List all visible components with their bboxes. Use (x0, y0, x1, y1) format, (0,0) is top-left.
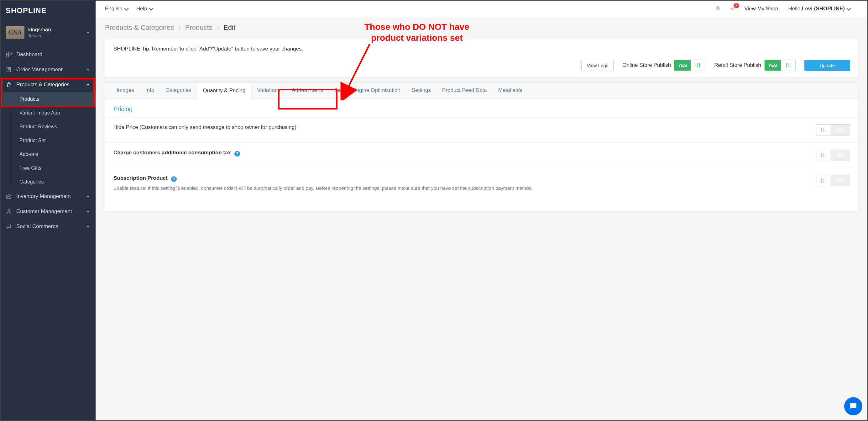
subscription-label: Subscription Product ? Enable feature: I… (114, 175, 816, 192)
tab-bar: Images Info Categories Quantity & Pricin… (105, 83, 858, 99)
toggle-grip-icon (816, 175, 830, 186)
sidebar-nav: Dashboard Order Management Products & Ca… (0, 47, 96, 421)
sidebar-item-label: Order Management (16, 66, 86, 73)
svg-point-6 (8, 209, 10, 212)
hide-price-toggle[interactable]: NO (816, 124, 850, 136)
online-publish-label: Online Store Publish (622, 62, 671, 68)
tab-seo[interactable]: Search Engine Optimization (329, 83, 406, 98)
chevron-down-icon (86, 225, 90, 228)
online-publish-toggle[interactable]: YES (674, 60, 705, 71)
retail-publish-label: Retail Store Publish (714, 62, 761, 68)
sidebar-item-social-commerce[interactable]: Social Commerce (0, 219, 96, 234)
chevron-down-icon (86, 30, 90, 34)
tabs-card: Images Info Categories Quantity & Pricin… (105, 83, 859, 212)
breadcrumb-item[interactable]: Products & Categories (105, 24, 174, 31)
language-selector[interactable]: English (105, 6, 127, 12)
megaphone-icon[interactable]: 2 (729, 5, 737, 12)
tab-product-feed[interactable]: Product Feed Data (436, 83, 493, 98)
tab-info[interactable]: Info (140, 83, 160, 98)
row-consumption-tax: Charge customers additional consumption … (105, 142, 858, 168)
chat-icon (6, 223, 12, 230)
submenu-products: Products Variant image App Product Revie… (0, 92, 96, 189)
toggle-no: NO (830, 124, 850, 135)
toggle-grip-icon (781, 60, 795, 71)
notification-badge: 2 (734, 3, 740, 8)
chevron-down-icon (86, 195, 90, 198)
inventory-icon (6, 193, 12, 199)
tab-addon-items[interactable]: Add-on items (286, 83, 329, 98)
shop-avatar: GSA (6, 26, 25, 39)
tax-toggle[interactable]: NO (816, 150, 850, 161)
sidebar-item-free-gifts[interactable]: Free Gifts (3, 161, 96, 175)
tab-variations[interactable]: Variations (251, 83, 286, 98)
sidebar-item-label: Inventory Management (16, 193, 86, 199)
shop-region: Taiwan (28, 34, 86, 38)
toggle-no: NO (830, 150, 850, 161)
view-shop-link[interactable]: View My Shop (744, 6, 778, 12)
shop-name: kingsman (28, 27, 86, 33)
sidebar-item-categories[interactable]: Categories (3, 175, 96, 189)
svg-rect-2 (6, 55, 8, 57)
sidebar: SHOPLINE GSA kingsman Taiwan Dashboard O… (0, 0, 96, 421)
tab-metafields[interactable]: Metafields (493, 83, 528, 98)
chevron-up-icon (86, 83, 90, 87)
sidebar-item-variant-image[interactable]: Variant image App (3, 106, 96, 120)
toggle-yes: YES (674, 60, 691, 71)
sidebar-item-product-set[interactable]: Product Set (3, 134, 96, 147)
user-icon (6, 208, 12, 215)
toggle-yes: YES (765, 60, 781, 71)
sidebar-item-products[interactable]: Products (3, 92, 96, 106)
sidebar-item-label: Social Commerce (16, 223, 86, 230)
update-button[interactable]: Update (804, 60, 850, 71)
user-name: Levi (SHOPLINE) (802, 6, 845, 12)
svg-rect-1 (9, 52, 11, 54)
toggle-no: NO (830, 175, 850, 186)
sidebar-item-label: Dashboard (16, 52, 90, 58)
intercom-chat-button[interactable] (844, 397, 862, 415)
tip-card: SHOPLINE Tip: Remember to click "Add"/"U… (105, 38, 859, 78)
tab-categories[interactable]: Categories (160, 83, 197, 98)
shop-selector[interactable]: GSA kingsman Taiwan (0, 21, 96, 43)
breadcrumb-current: Edit (223, 24, 235, 31)
sidebar-item-products-categories[interactable]: Products & Categories (0, 77, 96, 92)
chevron-down-icon (86, 209, 90, 213)
toggle-grip-icon (816, 124, 830, 135)
tab-images[interactable]: Images (111, 83, 140, 98)
help-icon[interactable]: ? (171, 176, 177, 182)
toggle-grip-icon (691, 60, 705, 71)
svg-rect-0 (6, 52, 8, 54)
chevron-down-icon (86, 68, 90, 72)
sidebar-item-dashboard[interactable]: Dashboard (0, 47, 96, 62)
logo-text: SHOPLINE (6, 6, 47, 15)
section-title-pricing: Pricing (105, 99, 858, 117)
dashboard-icon (6, 52, 12, 58)
bell-icon[interactable] (714, 5, 722, 12)
breadcrumb-item[interactable]: Products (185, 24, 213, 31)
view-logs-button[interactable]: View Logs (581, 60, 614, 71)
tab-settings[interactable]: Settings (406, 83, 436, 98)
tab-quantity-pricing[interactable]: Quantity & Pricing (197, 83, 251, 99)
orders-icon (6, 66, 12, 73)
retail-publish-toggle[interactable]: YES (764, 60, 796, 71)
sidebar-item-product-reviews[interactable]: Product Reviews (3, 120, 96, 134)
subscription-toggle[interactable]: NO (816, 175, 850, 186)
help-menu[interactable]: Help (136, 6, 152, 12)
tip-text: SHOPLINE Tip: Remember to click "Add"/"U… (114, 46, 850, 52)
user-menu[interactable]: Hello, Levi (SHOPLINE) (788, 6, 850, 12)
breadcrumb: Products & Categories › Products › Edit (96, 18, 868, 33)
sidebar-item-inventory[interactable]: Inventory Management (0, 189, 96, 204)
hide-price-label: Hide Price (Customers can only send mess… (114, 124, 816, 131)
sidebar-item-label: Products & Categories (16, 82, 86, 88)
row-subscription: Subscription Product ? Enable feature: I… (105, 168, 858, 199)
tax-label: Charge customers additional consumption … (114, 150, 816, 157)
sidebar-item-customers[interactable]: Customer Management (0, 204, 96, 219)
sidebar-item-label: Customer Management (16, 208, 86, 215)
sidebar-item-add-ons[interactable]: Add-ons (3, 147, 96, 161)
help-icon[interactable]: ? (235, 151, 240, 157)
row-hide-price: Hide Price (Customers can only send mess… (105, 117, 858, 142)
hello-label: Hello, (788, 6, 802, 12)
main-area: English Help 2 View My Shop Hello, Levi … (96, 0, 868, 421)
topbar: English Help 2 View My Shop Hello, Levi … (96, 0, 868, 18)
bag-icon (6, 82, 12, 88)
sidebar-item-orders[interactable]: Order Management (0, 62, 96, 77)
